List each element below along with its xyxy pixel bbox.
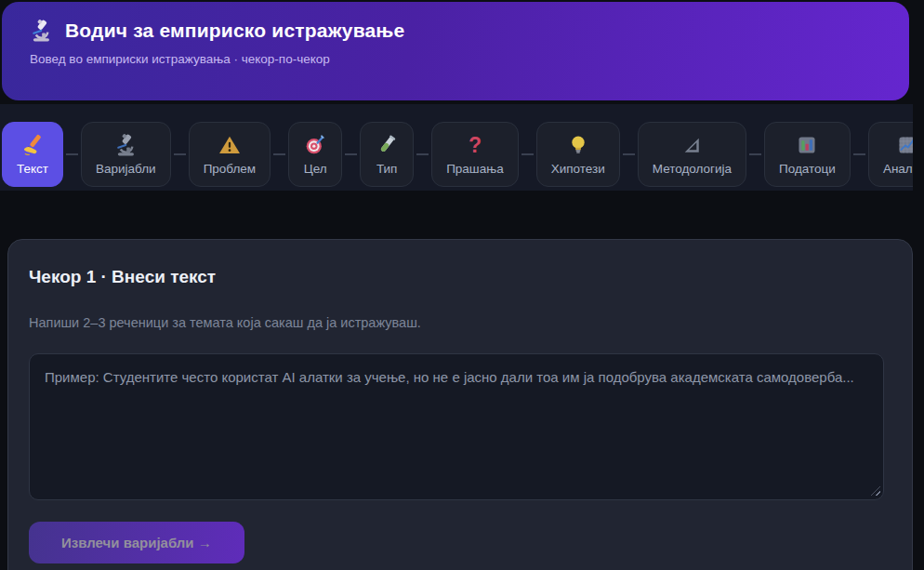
tab-label: Хипотези: [551, 162, 605, 176]
extract-variables-button[interactable]: Извлечи варијабли →: [29, 522, 244, 563]
tab-metodologija[interactable]: Методологија: [638, 122, 746, 187]
step-heading: Чекор 1 · Внеси текст: [29, 267, 884, 287]
step-connector: [623, 153, 635, 155]
tab-cel[interactable]: Цел: [288, 122, 342, 187]
tab-problem[interactable]: Проблем: [189, 122, 271, 187]
step-connector: [66, 153, 78, 155]
microscope-icon: [113, 133, 138, 157]
tab-label: Проблем: [204, 162, 257, 176]
writing-hand-icon: [20, 133, 45, 157]
page-subtitle: Вовед во емпириски истражувања · чекор-п…: [30, 52, 885, 66]
line-chart-icon: [895, 133, 913, 157]
step-connector: [273, 153, 285, 155]
question-mark-icon: ?: [463, 133, 487, 157]
step-connector: [853, 153, 865, 155]
tab-label: Анализа: [883, 162, 913, 176]
tab-prasanja[interactable]: ? Прашања: [431, 122, 519, 187]
tab-tekst[interactable]: Текст: [2, 122, 63, 187]
bar-chart-icon: [795, 133, 819, 157]
tab-label: Прашања: [446, 162, 504, 176]
lightbulb-icon: [566, 133, 590, 157]
target-icon: [303, 133, 327, 157]
tab-label: Тип: [376, 162, 398, 176]
tab-hipotezi[interactable]: Хипотези: [536, 122, 620, 187]
test-tube-icon: [375, 133, 399, 157]
step-card: Чекор 1 · Внеси текст Напиши 2–3 речениц…: [7, 239, 913, 570]
steps-tabs-row: Текст Варијабли: [2, 122, 913, 187]
warning-icon: [218, 133, 242, 157]
step-description: Напиши 2–3 реченици за темата која сакаш…: [29, 315, 884, 330]
topic-textarea[interactable]: [29, 353, 884, 500]
tab-tip[interactable]: Тип: [360, 122, 414, 187]
tab-label: Текст: [17, 162, 48, 176]
step-connector: [174, 153, 186, 155]
tab-label: Методологија: [653, 162, 732, 176]
tab-label: Цел: [304, 162, 327, 176]
page-title: Водич за емпириско истражување: [65, 20, 404, 42]
triangle-ruler-icon: [680, 133, 704, 157]
step-connector: [345, 153, 357, 155]
tab-varijabli[interactable]: Варијабли: [81, 122, 171, 187]
microscope-icon: [28, 18, 54, 44]
steps-strip: Текст Варијабли: [0, 104, 913, 191]
step-connector: [749, 153, 761, 155]
tab-label: Податоци: [779, 162, 836, 176]
topic-textarea-wrapper: [29, 353, 884, 500]
tab-podatoci[interactable]: Податоци: [764, 122, 851, 187]
tab-analiza[interactable]: Анализа: [868, 122, 913, 187]
step-connector: [416, 153, 429, 155]
header-card: Водич за емпириско истражување Вовед во …: [2, 2, 909, 100]
tab-label: Варијабли: [96, 162, 156, 176]
step-connector: [521, 153, 534, 155]
